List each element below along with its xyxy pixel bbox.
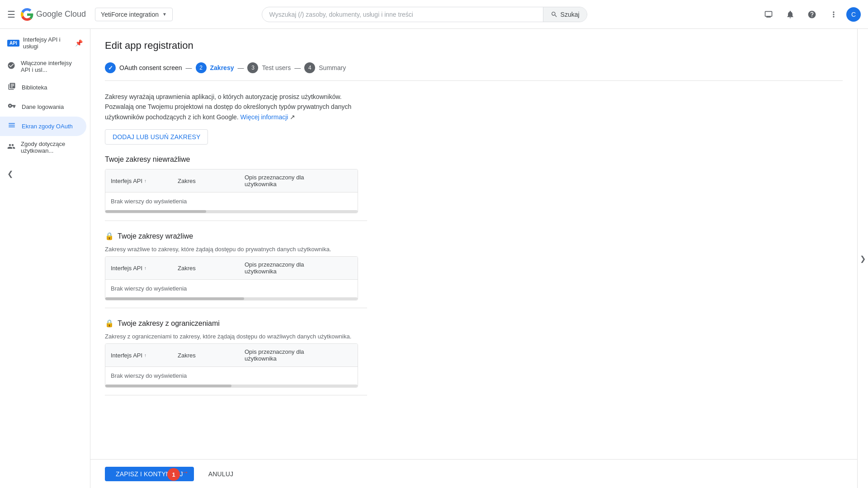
topbar: ☰ Google Cloud YetiForce integration ▼ S… (0, 0, 868, 29)
sidebar-item-enabled[interactable]: Włączone interfejsy API i usl... (0, 55, 86, 78)
col-desc-2[interactable]: Opis przeznaczony dla użytkownika (239, 257, 340, 279)
consents-icon (7, 142, 15, 153)
library-icon (7, 82, 16, 93)
hamburger-menu-icon[interactable]: ☰ (7, 9, 15, 20)
collapse-icon: ❯ (860, 254, 866, 263)
search-input[interactable] (262, 7, 543, 22)
main-content: Edit app registration ✓ OAuth consent sc… (90, 29, 857, 459)
step-divider-3: — (294, 64, 301, 71)
sidebar-item-library[interactable]: Biblioteka (0, 78, 86, 97)
sidebar-item-credentials[interactable]: Dane logowania (0, 97, 86, 117)
step-zakresy: 2 Zakresy (196, 62, 234, 73)
monitor-icon[interactable] (760, 5, 778, 23)
table-header-3: Interfejs API ↑ Zakres Opis przeznaczony… (105, 344, 358, 367)
table-empty-3: Brak wierszy do wyświetlenia (105, 367, 358, 385)
step-summary: 4 Summary (304, 62, 346, 73)
sidebar-item-label: Zgody dotyczące użytkowan... (21, 141, 79, 154)
add-scopes-button[interactable]: DODAJ LUB USUŃ ZAKRESY (105, 129, 208, 145)
table-header-2: Interfejs API ↑ Zakres Opis przeznaczony… (105, 257, 358, 280)
section-2-desc: Zakresy wrażliwe to zakresy, które żądaj… (105, 246, 367, 253)
step-4-circle: 4 (304, 62, 315, 73)
lock-icon-2: 🔒 (105, 319, 114, 328)
col-action-3 (340, 344, 358, 366)
sidebar-item-label: Dane logowania (22, 103, 64, 110)
google-cloud-logo-icon (21, 8, 33, 21)
sidebar-header: API Interfejsy API i usługi 📌 (0, 33, 90, 55)
cancel-button[interactable]: ANULUJ (201, 467, 241, 481)
oauth-icon (7, 121, 16, 131)
help-icon[interactable] (803, 5, 821, 23)
step-test-users: 3 Test users (247, 62, 291, 73)
page-title: Edit app registration (105, 40, 843, 52)
col-desc-3[interactable]: Opis przeznaczony dla użytkownika (239, 344, 340, 366)
more-options-icon[interactable] (825, 5, 843, 23)
lock-icon-1: 🔒 (105, 232, 114, 240)
table-scrollbar-2[interactable] (105, 297, 358, 300)
topbar-icons: C (760, 5, 861, 23)
col-desc-1[interactable]: Opis przeznaczony dla użytkownika (239, 169, 340, 192)
sort-icon-3: ↑ (144, 353, 146, 358)
step-2-label: Zakresy (210, 64, 234, 71)
step-3-circle: 3 (247, 62, 258, 73)
col-scope-2[interactable]: Zakres (172, 257, 239, 279)
pin-icon: 📌 (75, 39, 83, 47)
credentials-icon (7, 102, 16, 112)
sidebar-collapse-button[interactable]: ❮ (0, 166, 90, 182)
table-non-sensitive: Interfejs API ↑ Zakres Opis przeznaczony… (105, 169, 358, 213)
sidebar-item-label: Biblioteka (22, 84, 47, 91)
step-oauth-consent: ✓ OAuth consent screen (105, 62, 182, 73)
step-1-circle: ✓ (105, 62, 116, 73)
search-button[interactable]: Szukaj (543, 7, 587, 22)
sidebar: API Interfejsy API i usługi 📌 Włączone i… (0, 29, 90, 488)
sidebar-title: Interfejsy API i usługi (23, 36, 71, 50)
section-3-title: 🔒 Twoje zakresy z ograniczeniami (105, 319, 367, 328)
avatar[interactable]: C (846, 7, 861, 22)
col-scope-3[interactable]: Zakres (172, 344, 239, 366)
more-info-link[interactable]: Więcej informacji (241, 113, 288, 121)
search-bar: Szukaj (262, 7, 587, 22)
step-badge: 1 (167, 468, 180, 481)
section-1-title: Twoje zakresy niewrażliwe (105, 155, 367, 164)
sidebar-item-consents[interactable]: Zgody dotyczące użytkowan... (0, 136, 86, 159)
step-divider-1: — (186, 64, 192, 71)
step-3-label: Test users (262, 64, 291, 71)
col-api-2[interactable]: Interfejs API ↑ (105, 257, 172, 279)
sidebar-item-label: Ekran zgody OAuth (22, 123, 73, 130)
section-restricted: 🔒 Twoje zakresy z ograniczeniami Zakresy… (105, 319, 367, 395)
sort-icon-2: ↑ (144, 266, 146, 271)
step-2-circle: 2 (196, 62, 207, 73)
section-non-sensitive: Twoje zakresy niewrażliwe Interfejs API … (105, 155, 367, 221)
project-dropdown-icon: ▼ (162, 12, 167, 17)
section-3-desc: Zakresy z ograniczeniami to zakresy, któ… (105, 333, 367, 340)
table-scrollbar-1[interactable] (105, 210, 358, 213)
arrow-icon: → (181, 468, 189, 477)
notifications-icon[interactable] (781, 5, 799, 23)
col-scope-1[interactable]: Zakres (172, 169, 239, 192)
col-action-1 (340, 169, 358, 192)
col-api-1[interactable]: Interfejs API ↑ (105, 169, 172, 192)
google-cloud-logo: Google Cloud (21, 8, 86, 21)
project-name: YetiForce integration (101, 11, 159, 18)
sidebar-item-label: Włączone interfejsy API i usl... (21, 60, 79, 73)
section-2-title: 🔒 Twoje zakresy wrażliwe (105, 232, 367, 240)
table-empty-1: Brak wierszy do wyświetlenia (105, 192, 358, 210)
table-scrollbar-3[interactable] (105, 385, 358, 387)
project-selector[interactable]: YetiForce integration ▼ (95, 8, 173, 21)
col-action-2 (340, 257, 358, 279)
section-sensitive: 🔒 Twoje zakresy wrażliwe Zakresy wrażliw… (105, 232, 367, 308)
table-sensitive: Interfejs API ↑ Zakres Opis przeznaczony… (105, 256, 358, 300)
sidebar-item-oauth[interactable]: Ekran zgody OAuth (0, 117, 86, 136)
table-restricted: Interfejs API ↑ Zakres Opis przeznaczony… (105, 343, 358, 388)
google-cloud-text: Google Cloud (36, 9, 86, 19)
step-divider-2: — (237, 64, 244, 71)
main-layout: API Interfejsy API i usługi 📌 Włączone i… (0, 29, 868, 488)
table-header-1: Interfejs API ↑ Zakres Opis przeznaczony… (105, 169, 358, 192)
col-api-3[interactable]: Interfejs API ↑ (105, 344, 172, 366)
right-collapse-button[interactable]: ❯ (857, 29, 868, 488)
search-button-label: Szukaj (561, 11, 580, 18)
bottom-bar: 1 → ZAPISZ I KONTYNUUJ ANULUJ (90, 459, 857, 488)
api-badge: API (7, 40, 19, 47)
scope-description: Zakresy wyrażają uprawnienia aplikacji, … (105, 92, 358, 122)
external-link-icon: ↗ (290, 113, 295, 121)
stepper: ✓ OAuth consent screen — 2 Zakresy — 3 T… (105, 62, 843, 81)
